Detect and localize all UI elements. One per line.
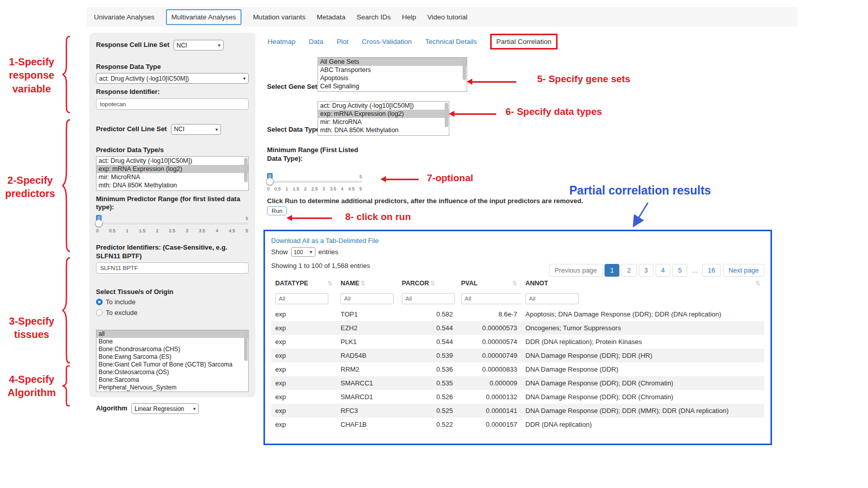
show-entries-select[interactable]: 100 ▾ [291, 247, 316, 257]
nav-item[interactable]: Video tutorial [427, 13, 468, 21]
listbox-option[interactable]: Cell Signaling [318, 82, 467, 90]
nav-item[interactable]: Search IDs [356, 13, 391, 21]
listbox-option[interactable]: All Gene Sets [318, 58, 467, 66]
tab-label: Cross-Validation [362, 38, 412, 45]
sort-icon[interactable]: ⇅ [360, 280, 366, 287]
tab[interactable]: Heatmap [268, 38, 296, 45]
tab[interactable]: Partial Correlation [490, 34, 558, 50]
listbox-option[interactable]: mth: DNA 850K Methylation [97, 181, 248, 189]
sort-icon[interactable]: ⇅ [327, 280, 332, 287]
algorithm-value: Linear Regression [134, 405, 184, 412]
pagination-button[interactable]: Previous page [549, 264, 602, 277]
listbox-option[interactable]: Bone:Sarcoma [97, 376, 248, 384]
scrollbar-thumb[interactable] [445, 103, 448, 127]
results-table: DATATYPE⇅NAME⇅PARCOR⇅PVAL⇅ANNOT⇅ exp TOP… [271, 277, 764, 431]
algorithm-select[interactable]: Linear Regression ▾ [131, 403, 199, 414]
cell-pval: 0.00000833 [457, 362, 521, 376]
listbox-option[interactable]: exp: mRNA Expression (log2) [318, 110, 449, 118]
column-header[interactable]: ANNOT⇅ [521, 277, 764, 290]
nav-item[interactable]: Univariate Analyses [94, 13, 155, 21]
cell-datatype: exp [271, 349, 336, 362]
nav-item-label: Video tutorial [427, 13, 468, 21]
nav-item[interactable]: Metadata [317, 13, 345, 21]
nav-item[interactable]: Mutation variants [253, 13, 305, 21]
pagination-button[interactable]: 3 [639, 264, 654, 277]
slider-handle[interactable] [266, 178, 274, 185]
sidebar-panel: Response Cell Line Set NCI ▾ Response Da… [89, 33, 255, 397]
pagination-button[interactable]: 4 [656, 264, 670, 277]
annotation-arrow-step6 [454, 113, 496, 115]
listbox-option[interactable]: Bone:Chondrosarcoma (CHS) [97, 346, 248, 353]
tissue-exclude-radio[interactable]: To exclude [96, 309, 249, 316]
min-predictor-range-slider: 0 5 00.511.522.533.544.55 [96, 223, 248, 233]
column-filter-input[interactable] [341, 293, 394, 304]
cell-datatype: exp [271, 362, 336, 376]
listbox-option[interactable]: mir: MicroRNA [97, 173, 248, 181]
top-nav: Univariate AnalysesMultivariate Analyses… [87, 7, 798, 27]
column-header[interactable]: NAME⇅ [336, 277, 398, 290]
predictor-identifiers-input[interactable] [96, 262, 249, 274]
column-filter-input[interactable] [275, 293, 328, 304]
pagination-button[interactable]: 16 [702, 264, 720, 277]
listbox-option[interactable]: mth: DNA 850K Methylation [318, 126, 449, 134]
listbox-option[interactable]: Bone [97, 338, 248, 346]
column-filter-input[interactable] [402, 293, 455, 304]
sort-icon[interactable]: ⇅ [430, 280, 435, 287]
sort-icon[interactable]: ⇅ [512, 280, 517, 287]
filter-cell [521, 290, 764, 307]
cell-annot: DDR (DNA replication); Protein Kinases [521, 335, 764, 349]
slider-max-label: 5 [359, 174, 362, 179]
listbox-option[interactable]: ABC Transporters [318, 66, 467, 74]
column-header-label: DATATYPE [275, 280, 308, 287]
download-link[interactable]: Download All as a Tab-Delimited File [271, 237, 379, 245]
scrollbar-thumb[interactable] [463, 59, 466, 80]
pagination-button[interactable]: 5 [672, 264, 687, 277]
column-filter-input[interactable] [525, 293, 578, 304]
listbox-option[interactable]: Bone:Giant Cell Tumor of Bone (GCTB) Sar… [97, 361, 248, 369]
column-filter-input[interactable] [461, 293, 521, 304]
tab[interactable]: Cross-Validation [362, 38, 412, 45]
response-cell-line-select[interactable]: NCI ▾ [174, 40, 224, 51]
annotation-arrow-step8 [292, 217, 332, 219]
column-header[interactable]: PVAL⇅ [457, 277, 521, 290]
listbox-option[interactable]: act: Drug Activity (-log10[IC50M]) [97, 157, 248, 165]
slider-handle[interactable] [95, 219, 103, 227]
chevron-down-icon: ▾ [193, 406, 196, 411]
scrollbar-thumb[interactable] [244, 331, 248, 361]
listbox-option[interactable]: Apoptosis [318, 74, 467, 82]
cell-annot: Oncogenes; Tumor Suppressors [521, 321, 764, 335]
cell-datatype: exp [271, 307, 336, 321]
tissue-include-radio[interactable]: To include [96, 298, 249, 306]
listbox-option[interactable]: Bone:Osteosarcoma (OS) [97, 369, 248, 376]
nav-item[interactable]: Help [402, 13, 416, 21]
tab[interactable]: Data [309, 38, 324, 45]
column-header[interactable]: PARCOR⇅ [398, 277, 457, 290]
pagination-button[interactable]: 1 [605, 264, 619, 277]
listbox-option[interactable]: all [97, 330, 248, 338]
pagination-button[interactable]: Next page [723, 264, 764, 277]
run-button[interactable]: Run [267, 206, 287, 215]
pagination-button[interactable]: … [689, 264, 700, 276]
response-data-type-select[interactable]: act: Drug Activity (-log10[IC50M]) ▾ [96, 73, 249, 84]
nav-item[interactable]: Multivariate Analyses [166, 9, 242, 25]
listbox-option[interactable]: Peripheral_Nervous_System [97, 384, 248, 392]
pagination-button[interactable]: 2 [621, 264, 636, 277]
scrollbar-thumb[interactable] [244, 158, 248, 182]
listbox-option[interactable]: act: Drug Activity (-log10[IC50M]) [318, 102, 449, 110]
slider-track[interactable] [96, 223, 248, 225]
response-identifier-input[interactable] [96, 99, 249, 110]
column-header[interactable]: DATATYPE⇅ [271, 277, 336, 290]
response-cell-line-row: Response Cell Line Set NCI ▾ [96, 40, 249, 51]
listbox-option[interactable]: Bone:Ewing Sarcoma (ES) [97, 353, 248, 361]
annotation-step5: 5- Specify gene sets [537, 74, 631, 85]
tab[interactable]: Plot [336, 38, 348, 45]
annotation-step8: 8- click on run [345, 211, 411, 223]
listbox-option[interactable]: exp: mRNA Expression (log2) [97, 165, 248, 173]
predictor-cell-line-select[interactable]: NCI ▾ [171, 124, 221, 135]
chevron-down-icon: ▾ [215, 127, 218, 132]
sort-icon[interactable]: ⇅ [755, 280, 760, 287]
slider-track[interactable] [267, 181, 362, 183]
listbox-option[interactable]: mir: MicroRNA [318, 118, 449, 126]
tab[interactable]: Technical Details [425, 38, 477, 45]
table-row: exp TOP1 0.582 8.6e-7 Apoptosis; DNA Dam… [271, 307, 764, 321]
